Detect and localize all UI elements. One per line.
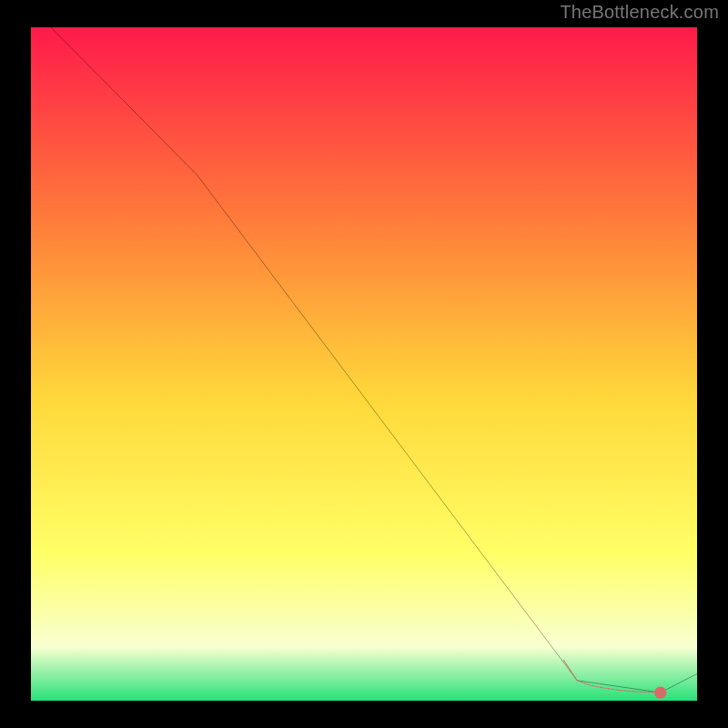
plot-area: [31, 27, 697, 701]
chart-svg: [31, 27, 697, 701]
attribution-text: TheBottleneck.com: [560, 2, 719, 23]
chart-frame: TheBottleneck.com: [0, 0, 728, 728]
optimal-point-marker: [654, 686, 666, 698]
heatmap-background: [31, 27, 697, 701]
